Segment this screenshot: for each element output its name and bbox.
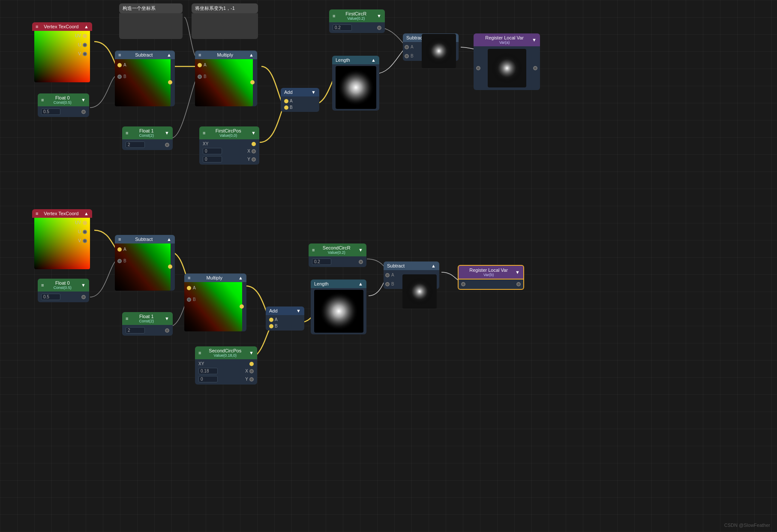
float0-bot-title-area: Float 0 Const(0.5) bbox=[54, 280, 72, 290]
multiply-b-port-bot: B bbox=[187, 297, 196, 302]
length-top-canvas bbox=[336, 66, 376, 109]
firstcircpos-y-row: 0 Y bbox=[201, 155, 258, 163]
firstcircpos-y-value[interactable]: 0 bbox=[203, 156, 222, 162]
secondcircpos-y-value[interactable]: 0 bbox=[198, 376, 218, 382]
float0-bot-value[interactable]: 0.5 bbox=[41, 294, 60, 300]
subtract-b-dot-bot[interactable] bbox=[117, 259, 122, 263]
float1-bot-value[interactable]: 2 bbox=[126, 327, 145, 334]
firstcircr-value-row: 0.2 bbox=[331, 24, 383, 32]
v-port-bot[interactable] bbox=[83, 239, 87, 243]
firstcircpos-x-value[interactable]: 0 bbox=[203, 148, 222, 154]
register-var-b-title-area: Register Local Var Var(b) bbox=[462, 268, 515, 277]
add-b-port-bot[interactable] bbox=[269, 324, 273, 328]
secondcircpos-x-port[interactable] bbox=[249, 369, 254, 373]
secondcircpos-y-label: Y bbox=[245, 377, 248, 382]
multiply-b-dot-top[interactable] bbox=[198, 75, 202, 79]
float1-bot-sublabel: Const(2) bbox=[139, 319, 154, 323]
subtract2-a-dot-top[interactable] bbox=[405, 45, 409, 49]
v-label-top: V bbox=[78, 51, 81, 56]
secondcircr-port[interactable] bbox=[359, 260, 363, 264]
firstcircpos-body: XY 0 X 0 Y bbox=[199, 139, 259, 165]
v-port-top[interactable] bbox=[83, 52, 87, 56]
secondcircpos-x-right: X bbox=[245, 369, 254, 373]
hamburger-icon-mb: ≡ bbox=[188, 275, 190, 280]
multiply-a-dot-bot[interactable] bbox=[187, 286, 191, 290]
secondcircpos-xy-port[interactable] bbox=[249, 362, 254, 366]
secondcircpos-y-port[interactable] bbox=[249, 377, 254, 382]
subtract-a-dot-top[interactable] bbox=[117, 63, 122, 67]
subtract-out-dot-bot[interactable] bbox=[168, 264, 172, 269]
subtract2-a-dot-bot[interactable] bbox=[385, 273, 390, 277]
add-a-port-top[interactable] bbox=[284, 99, 288, 103]
firstcircpos-y-port[interactable] bbox=[252, 157, 256, 162]
multiply-top: ≡ Multiply ▲ A B bbox=[195, 51, 257, 106]
float0-top-body: 0.5 bbox=[38, 106, 89, 117]
hamburger-icon-fcp: ≡ bbox=[203, 130, 205, 135]
float0-top-value[interactable]: 0.5 bbox=[41, 108, 60, 115]
uv-port-bot[interactable] bbox=[83, 221, 87, 225]
subtract2-b-dot-top[interactable] bbox=[405, 54, 409, 58]
multiply-out-dot-top[interactable] bbox=[250, 80, 255, 84]
add-top-a-row: A bbox=[282, 98, 318, 104]
firstcircpos-y-label: Y bbox=[247, 157, 250, 162]
hamburger-icon-scp: ≡ bbox=[198, 350, 201, 355]
subtract-bot-body: A B bbox=[115, 243, 175, 291]
register-var-b-out-port[interactable] bbox=[516, 282, 521, 286]
subtract-out-dot-top[interactable] bbox=[168, 80, 172, 84]
multiply-coord-label: 将坐标系变为1，-1 bbox=[195, 5, 235, 12]
add-a-port-bot[interactable] bbox=[269, 318, 273, 322]
multiply-b-dot-bot[interactable] bbox=[187, 298, 191, 302]
subtract2-b-dot-bot[interactable] bbox=[385, 282, 390, 286]
register-var-b-in-port[interactable] bbox=[461, 282, 465, 286]
register-var-a-in-port[interactable] bbox=[476, 66, 480, 70]
float1-bot-body: 2 bbox=[122, 325, 173, 336]
firstcircr-value[interactable]: 0.2 bbox=[333, 24, 352, 31]
add-top-b-row: B bbox=[282, 104, 318, 111]
length-top-label: Length bbox=[336, 57, 350, 63]
add-b-port-top[interactable] bbox=[284, 105, 288, 110]
subtract-a-port-bot: A bbox=[117, 247, 126, 252]
wire-float0-subtract-top bbox=[90, 75, 118, 108]
subtract-b-dot-top[interactable] bbox=[117, 75, 122, 79]
subtract-a-label-top: A bbox=[123, 63, 126, 67]
secondcircpos-xy-label: XY bbox=[198, 361, 204, 366]
multiply-coord-node: 将坐标系变为1，-1 bbox=[192, 3, 258, 42]
length-bot-canvas bbox=[314, 290, 363, 333]
subtract2-out-top bbox=[422, 34, 456, 69]
firstcircpos-xy-port[interactable] bbox=[252, 142, 256, 146]
float1-bot-port[interactable] bbox=[165, 328, 169, 333]
float0-top-port[interactable] bbox=[81, 110, 86, 114]
multiply-out-dot-bot[interactable] bbox=[240, 304, 244, 309]
register-var-b-header: Register Local Var Var(b) ▼ bbox=[458, 265, 524, 280]
chevron-icon-scr: ▼ bbox=[358, 247, 363, 252]
secondcircpos-x-value[interactable]: 0.18 bbox=[198, 368, 218, 374]
hamburger-icon-sb: ≡ bbox=[118, 237, 121, 242]
hamburger-icon-f1t: ≡ bbox=[126, 130, 128, 135]
float1-top-port[interactable] bbox=[165, 143, 169, 147]
float0-top-title-area: Float 0 Const(0.5) bbox=[54, 95, 72, 105]
firstcircpos-x-port[interactable] bbox=[252, 149, 256, 153]
firstcircpos-x-row: 0 X bbox=[201, 147, 258, 155]
u-port-bot[interactable] bbox=[83, 230, 87, 234]
subtract2-top-body: A B bbox=[403, 42, 459, 61]
float1-top-label: Float 1 bbox=[139, 128, 154, 133]
hamburger-icon-f0t: ≡ bbox=[41, 97, 44, 102]
float1-top-value[interactable]: 2 bbox=[126, 141, 145, 148]
uv-port-top[interactable] bbox=[83, 34, 87, 38]
secondcircpos-x-label: X bbox=[245, 369, 248, 373]
add-b-label-top: B bbox=[290, 105, 293, 110]
subtract2-bot: Subtract ▲ A B bbox=[384, 261, 439, 289]
float0-bot-port[interactable] bbox=[81, 295, 86, 299]
add-bot-body: A B bbox=[266, 315, 304, 331]
float0-bot-sublabel: Const(0.5) bbox=[54, 286, 72, 290]
firstcircr-body: 0.2 bbox=[329, 22, 385, 33]
secondcircr-value[interactable]: 0.2 bbox=[312, 258, 331, 265]
u-port-top[interactable] bbox=[83, 43, 87, 47]
subtract-top-body: A B bbox=[115, 59, 175, 106]
subtract-a-dot-bot[interactable] bbox=[117, 247, 122, 252]
secondcircpos-y-right: Y bbox=[245, 377, 254, 382]
multiply-a-dot-top[interactable] bbox=[198, 63, 202, 67]
firstcircr-port[interactable] bbox=[377, 26, 381, 30]
chevron-up-icon-st: ▲ bbox=[167, 52, 171, 57]
register-var-a-out-port[interactable] bbox=[533, 66, 537, 70]
